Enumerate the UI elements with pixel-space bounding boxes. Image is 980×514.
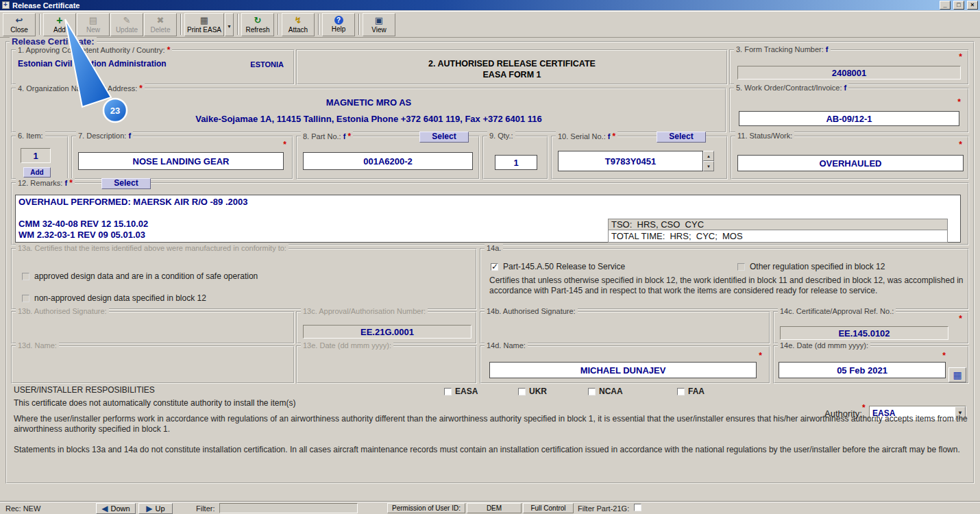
block13c-group: 13c. Approval/Authorisation Number: EE.2… [296,311,477,344]
spin-down-icon[interactable] [703,161,714,171]
installer-paragraph-2: Statements in blocks 13a and 14a do not … [14,445,970,455]
down-button-label: Down [111,504,130,513]
filter-part21g-checkbox[interactable] [634,504,641,511]
close-door-icon [16,15,23,25]
required-asterisk [942,351,946,360]
part-no-input[interactable]: 001A6200-2 [303,152,473,170]
print-dropdown-button[interactable] [225,13,234,36]
ncaa-checkbox[interactable] [588,388,596,395]
responsibilities-title: USER/INSTALLER RESPOSIBILITIES [14,385,155,395]
serial-no-select-button[interactable]: Select [657,132,706,143]
block12-flag: f [64,179,67,187]
calendar-button[interactable] [948,367,966,382]
item-add-button[interactable]: Add [23,167,51,178]
block13d-label: 13d. Name: [16,341,59,350]
add-button[interactable]: Add [43,13,76,36]
block14e-label: 14e. Date (dd mmm yyyy): [778,341,870,350]
certificate-approval-ref-field: EE.145.0102 [780,326,948,340]
remarks-textarea[interactable]: OVERHAUL PERFORMED: MAERSK AIR R/O -89 .… [15,195,961,243]
up-button[interactable]: Up [138,503,173,514]
block14b-label: 14b. Authorised Signature: [485,307,578,315]
print-icon [200,15,208,25]
approved-design-label: approved design data and are in a condit… [34,271,258,281]
close-button[interactable]: Close [3,13,36,36]
block6-group: 6. Item: 1 Add [11,136,69,180]
delete-icon [157,15,164,25]
easa-checkbox[interactable] [444,388,452,395]
help-button[interactable]: Help [322,13,355,36]
minimize-button[interactable]: _ [940,1,951,10]
filter-part21g-label: Filter Part-21G: [578,504,629,513]
description-input[interactable]: NOSE LANDING GEAR [78,152,284,170]
name-input[interactable]: MICHAEL DUNAJEV [489,362,757,378]
new-icon [89,15,97,25]
part145-release-label: Part-145.A.50 Release to Service [503,262,625,271]
refresh-button[interactable]: Refresh [241,13,274,36]
permission-label: Permission of User ID: [387,503,465,513]
block12-label: 12. Remarks: [18,179,62,187]
serial-spinner[interactable] [703,151,714,171]
required-asterisk [139,84,143,93]
remarks-line: WM 2.32-03-1 REV 09 05.01.03 [19,230,145,240]
work-order-input[interactable]: AB-09/12-1 [739,111,959,126]
block5-label: 5. Work Order/Contract/Invoice: [736,84,842,92]
close-window-button[interactable]: × [967,1,978,10]
ukr-checkbox[interactable] [518,388,526,395]
block14c-group: 14c. Certificate/Approval Ref. No.: EE.1… [773,311,969,344]
app-icon [2,1,10,9]
toolbar: Close Add New Update Delete Print EASA R… [0,11,980,38]
required-asterisk [759,351,762,360]
maximize-button[interactable]: □ [953,1,964,10]
faa-checkbox[interactable] [677,388,685,395]
block5-group: 5. Work Order/Contract/Invoice: f AB-09/… [729,88,969,133]
installer-paragraph-1: Where the user/installer performs work i… [14,414,970,435]
status-work-input[interactable]: OVERHAULED [737,155,964,171]
block13b-group: 13b. Authorised Signature: [11,311,295,344]
non-approved-design-checkbox [22,295,29,302]
required-asterisk [283,140,286,149]
block13a-label: 13a. Certifies that the items identified… [16,244,289,252]
filter-input[interactable] [219,503,358,513]
block11-label: 11. Status/Work: [735,132,794,140]
item-number-field: 1 [21,148,51,163]
print-easa-button[interactable]: Print EASA [184,13,224,36]
down-button[interactable]: Down [96,503,136,514]
block13d-group: 13d. Name: [11,345,295,384]
update-button: Update [110,13,143,36]
update-icon [123,15,131,25]
control-value: Full Control [523,503,574,513]
required-asterisk [347,132,351,141]
block14a-label: 14a. [485,244,503,252]
easa-label: EASA [455,387,478,396]
toolbar-separator [358,14,360,35]
part-no-select-button[interactable]: Select [419,132,469,143]
view-button[interactable]: View [363,13,395,36]
ncaa-label: NCAA [599,387,623,396]
block11-group: 11. Status/Work: OVERHAULED [731,136,969,180]
attach-button[interactable]: Attach [282,13,315,36]
block13e-group: 13e. Date (dd mmm yyyy): [296,345,477,384]
view-button-label: View [371,26,387,34]
block1-label: 1. Approving Competent Authority / Count… [18,46,165,54]
required-asterisk [959,52,962,62]
serial-no-input[interactable]: T9783Y0451 [558,151,703,171]
block8-group: 8. Part No.: f Select 001A6200-2 [296,136,480,180]
authority-country: ESTONIA [250,60,284,69]
date-input[interactable]: 05 Feb 2021 [779,362,946,378]
qty-input[interactable]: 1 [495,155,537,170]
part145-release-checkbox[interactable] [491,263,498,271]
block4-label: 4. Organization Name and Address: [18,84,137,93]
spin-up-icon[interactable] [703,151,714,161]
filter-label: Filter: [196,504,215,513]
block9-group: 9. Qty.: 1 [482,136,548,180]
attach-button-label: Attach [289,26,308,34]
part145-certify-text: Certifies that unless otherwise specifie… [489,276,965,296]
print-easa-button-label: Print EASA [187,26,221,34]
remarks-line: CMM 32-40-08 REV 12 15.10.02 [19,219,148,229]
other-regulation-checkbox [737,263,745,271]
block14c-label: 14c. Certificate/Approval Ref. No.: [778,307,896,315]
up-button-label: Up [156,504,165,513]
remarks-select-button[interactable]: Select [101,178,151,189]
block8-label: 8. Part No.: [303,132,341,140]
toolbar-separator [180,14,182,35]
